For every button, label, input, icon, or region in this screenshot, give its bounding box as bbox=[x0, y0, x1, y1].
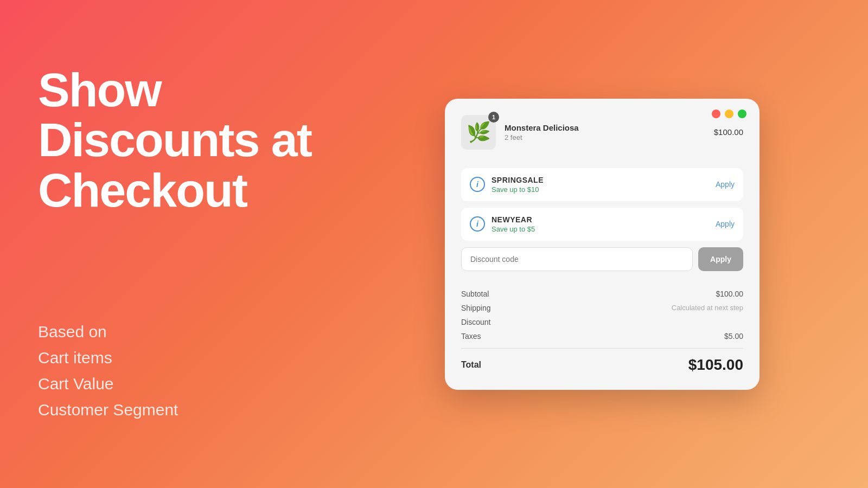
product-subtitle: 2 feet bbox=[505, 133, 705, 142]
info-icon-newyear: i bbox=[470, 216, 485, 232]
headline-text: Show Discounts at Checkout bbox=[38, 65, 320, 215]
shipping-value: Calculated at next step bbox=[672, 304, 743, 312]
discount-suggestion-newyear: i NEWYEAR Save up to $5 Apply bbox=[461, 208, 743, 241]
window-dot-yellow bbox=[725, 110, 733, 118]
product-price: $100.00 bbox=[714, 127, 743, 137]
criteria-cart-value: Cart Value bbox=[38, 371, 320, 397]
shipping-row: Shipping Calculated at next step bbox=[461, 304, 743, 312]
discount-savings-newyear: Save up to $5 bbox=[492, 225, 709, 233]
taxes-row: Taxes $5.00 bbox=[461, 332, 743, 341]
total-divider bbox=[461, 348, 743, 349]
based-on-label: Based on bbox=[38, 319, 320, 345]
shipping-label: Shipping bbox=[461, 304, 491, 312]
product-badge: 1 bbox=[488, 112, 499, 123]
total-row: Total $105.00 bbox=[461, 356, 743, 374]
discount-savings-springsale: Save up to $10 bbox=[492, 185, 709, 194]
headline: Show Discounts at Checkout bbox=[38, 65, 320, 215]
apply-link-springsale[interactable]: Apply bbox=[716, 180, 735, 189]
discount-info-newyear: NEWYEAR Save up to $5 bbox=[492, 215, 709, 233]
window-dot-green bbox=[738, 110, 746, 118]
product-name: Monstera Deliciosa bbox=[505, 123, 705, 132]
subtotal-row: Subtotal $100.00 bbox=[461, 290, 743, 298]
order-summary: Subtotal $100.00 Shipping Calculated at … bbox=[461, 284, 743, 374]
discount-suggestion-springsale: i SPRINGSALE Save up to $10 Apply bbox=[461, 168, 743, 201]
discount-info-springsale: SPRINGSALE Save up to $10 bbox=[492, 176, 709, 194]
discount-code-input[interactable] bbox=[461, 247, 693, 271]
right-panel: 🌿 1 Monstera Deliciosa 2 feet $100.00 i … bbox=[358, 77, 868, 412]
product-image-wrapper: 🌿 1 bbox=[461, 115, 496, 150]
discount-code-newyear: NEWYEAR bbox=[492, 215, 709, 224]
subtotal-label: Subtotal bbox=[461, 290, 489, 298]
window-dot-red bbox=[712, 110, 720, 118]
discount-code-springsale: SPRINGSALE bbox=[492, 176, 709, 184]
taxes-value: $5.00 bbox=[724, 332, 743, 341]
window-controls bbox=[712, 110, 746, 118]
discount-row: Discount bbox=[461, 318, 743, 326]
criteria-cart-items: Cart items bbox=[38, 345, 320, 371]
apply-link-newyear[interactable]: Apply bbox=[716, 220, 735, 228]
taxes-label: Taxes bbox=[461, 332, 481, 341]
discount-label: Discount bbox=[461, 318, 490, 326]
total-value: $105.00 bbox=[688, 356, 743, 374]
left-panel: Show Discounts at Checkout Based on Cart… bbox=[0, 0, 358, 488]
checkout-card: 🌿 1 Monstera Deliciosa 2 feet $100.00 i … bbox=[445, 99, 760, 390]
discount-apply-button[interactable]: Apply bbox=[698, 247, 743, 271]
info-icon-springsale: i bbox=[470, 177, 485, 192]
discount-input-row: Apply bbox=[461, 247, 743, 271]
based-on-list: Based on Cart items Cart Value Customer … bbox=[38, 319, 320, 423]
total-label: Total bbox=[461, 360, 481, 370]
subtotal-value: $100.00 bbox=[716, 290, 743, 298]
product-info: Monstera Deliciosa 2 feet bbox=[505, 123, 705, 142]
criteria-customer-segment: Customer Segment bbox=[38, 397, 320, 423]
product-row: 🌿 1 Monstera Deliciosa 2 feet $100.00 bbox=[461, 115, 743, 155]
